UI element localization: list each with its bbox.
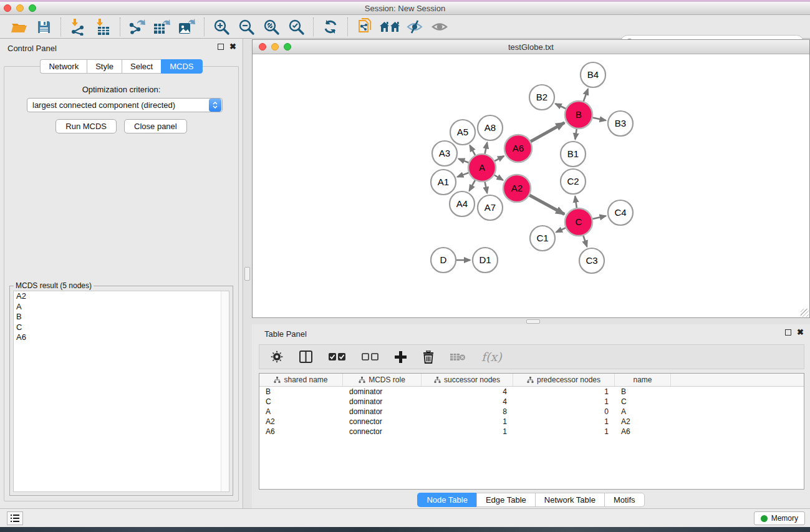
table-cell[interactable]: dominator [343, 407, 422, 416]
table-cell[interactable]: 1 [513, 427, 615, 436]
network-canvas[interactable]: B4B2BB3A8A5A6A3B1AA1C2A2A4A7C4CC1DD1C3 [253, 54, 809, 317]
graph-node-C1[interactable]: C1 [530, 226, 555, 251]
column-header[interactable]: successor nodes [422, 374, 513, 386]
close-panel-button[interactable]: Close panel [124, 119, 187, 133]
split-handle[interactable] [526, 319, 540, 324]
tab-select[interactable]: Select [122, 59, 161, 74]
tab-network-table[interactable]: Network Table [535, 493, 604, 507]
table-cell[interactable]: 1 [513, 387, 615, 396]
import-table-icon[interactable] [90, 17, 115, 37]
hide-graphics-details-icon[interactable] [402, 17, 427, 37]
graph-node-A[interactable]: A [468, 154, 496, 181]
table-cell[interactable]: A [259, 407, 343, 416]
refresh-layout-icon[interactable] [318, 17, 343, 37]
network-window-titlebar[interactable]: testGlobe.txt [253, 40, 809, 54]
memory-button[interactable]: Memory [754, 511, 805, 525]
export-image-icon[interactable] [175, 17, 200, 37]
table-cell[interactable]: 4 [422, 397, 513, 406]
home-icon[interactable] [377, 17, 402, 37]
result-item[interactable]: C [14, 322, 229, 333]
delete-column-icon[interactable] [423, 351, 434, 364]
zoom-in-icon[interactable] [209, 17, 234, 37]
import-network-icon[interactable] [65, 17, 90, 37]
float-panel-icon[interactable] [785, 329, 791, 336]
table-cell[interactable]: A6 [615, 427, 671, 436]
graph-node-B1[interactable]: B1 [561, 142, 586, 167]
table-cell[interactable]: dominator [343, 397, 422, 406]
graph-node-A4[interactable]: A4 [450, 191, 475, 216]
duplicate-network-icon[interactable] [352, 17, 377, 37]
save-session-icon[interactable] [31, 17, 56, 37]
table-row[interactable]: Bdominator41B [259, 387, 804, 397]
tab-network[interactable]: Network [40, 59, 87, 74]
graph-node-D[interactable]: D [431, 248, 456, 273]
graph-node-C[interactable]: C [565, 208, 592, 236]
table-cell[interactable]: C [615, 397, 671, 406]
table-cell[interactable]: A [615, 407, 671, 416]
column-header[interactable]: MCDS role [343, 374, 422, 386]
table-cell[interactable]: 4 [422, 387, 513, 396]
table-row[interactable]: Adominator80A [259, 407, 804, 417]
tab-motifs[interactable]: Motifs [604, 493, 645, 507]
graph-node-C3[interactable]: C3 [579, 248, 604, 273]
zoom-fit-icon[interactable] [259, 17, 284, 37]
column-header[interactable]: shared name [259, 374, 343, 386]
table-cell[interactable]: C [259, 397, 343, 406]
criterion-dropdown[interactable]: largest connected component (directed) [27, 98, 223, 112]
graph-node-A3[interactable]: A3 [432, 141, 457, 166]
column-layout-icon[interactable] [299, 351, 312, 363]
table-cell[interactable]: 1 [422, 427, 513, 436]
window-resize-grip[interactable] [801, 309, 809, 317]
table-row[interactable]: A2connector11A2 [259, 417, 804, 427]
table-cell[interactable]: connector [343, 427, 422, 436]
settings-gear-icon[interactable] [271, 351, 283, 363]
graph-node-A2[interactable]: A2 [503, 175, 531, 202]
table-cell[interactable]: 8 [422, 407, 513, 416]
graph-node-B3[interactable]: B3 [608, 111, 633, 136]
graph-node-B2[interactable]: B2 [529, 85, 554, 110]
result-scrollbar[interactable] [221, 291, 229, 491]
graph-node-B[interactable]: B [565, 101, 592, 128]
table-cell[interactable]: 1 [422, 417, 513, 426]
close-panel-icon[interactable]: ✖ [229, 44, 236, 50]
graph-node-A6[interactable]: A6 [504, 135, 532, 162]
network-graph[interactable]: B4B2BB3A8A5A6A3B1AA1C2A2A4A7C4CC1DD1C3 [253, 54, 809, 317]
run-mcds-button[interactable]: Run MCDS [55, 119, 117, 133]
column-header[interactable]: name [615, 374, 671, 386]
graph-node-D1[interactable]: D1 [473, 248, 498, 273]
open-session-icon[interactable] [6, 17, 31, 37]
table-cell[interactable]: B [615, 387, 671, 396]
function-builder-icon[interactable]: f(x) [481, 350, 502, 364]
table-cell[interactable]: connector [343, 417, 422, 426]
mcds-result-list[interactable]: A2 A B C A6 [13, 291, 229, 492]
task-history-button[interactable] [7, 511, 23, 525]
split-handle[interactable] [244, 267, 250, 281]
graph-node-A5[interactable]: A5 [450, 120, 475, 145]
graph-node-C2[interactable]: C2 [561, 169, 586, 194]
show-graphics-details-icon[interactable] [427, 17, 452, 37]
result-item[interactable]: A [14, 302, 229, 312]
table-cell[interactable]: A6 [259, 427, 343, 436]
export-network-icon[interactable] [125, 17, 150, 37]
add-column-icon[interactable] [395, 351, 407, 363]
table-row[interactable]: Cdominator41C [259, 397, 804, 407]
graph-node-B4[interactable]: B4 [581, 62, 605, 87]
tab-mcds[interactable]: MCDS [161, 59, 202, 74]
tab-node-table[interactable]: Node Table [417, 493, 476, 507]
zoom-out-icon[interactable] [234, 17, 259, 37]
column-header[interactable]: predecessor nodes [513, 374, 615, 386]
result-item[interactable]: A6 [14, 332, 229, 343]
table-cell[interactable]: 1 [513, 417, 615, 426]
table-cell[interactable]: A2 [259, 417, 343, 426]
select-all-checkboxes-icon[interactable] [329, 353, 345, 361]
result-item[interactable]: B [14, 312, 229, 322]
table-cell[interactable]: 0 [513, 407, 615, 416]
graph-node-C4[interactable]: C4 [608, 200, 633, 225]
result-item[interactable]: A2 [14, 291, 229, 302]
horizontal-split-divider[interactable] [252, 319, 810, 324]
deselect-all-checkboxes-icon[interactable] [362, 353, 378, 361]
table-row[interactable]: A6connector11A6 [259, 427, 804, 437]
graph-node-A1[interactable]: A1 [431, 170, 456, 195]
graph-node-A7[interactable]: A7 [478, 195, 503, 220]
export-table-icon[interactable] [150, 17, 175, 37]
